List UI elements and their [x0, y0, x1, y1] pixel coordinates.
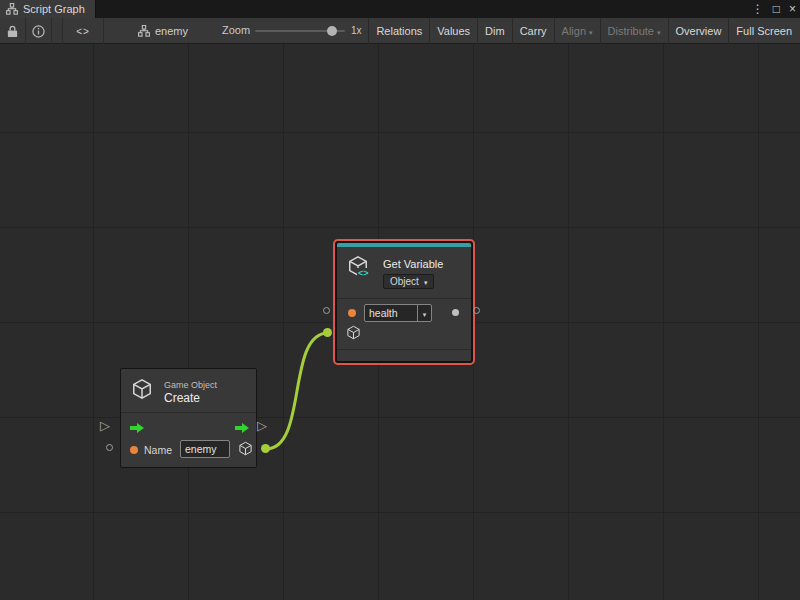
variable-scope-dropdown[interactable]: Object ▾ [383, 274, 434, 289]
close-icon[interactable]: × [789, 0, 796, 18]
port-get-variable-left[interactable] [323, 307, 330, 314]
code-icon: <> [76, 26, 90, 37]
zoom-label: Zoom [222, 24, 250, 36]
fullscreen-button[interactable]: Full Screen [728, 18, 799, 44]
port-flow-output[interactable]: ▷ [257, 419, 267, 432]
connection-wire[interactable] [266, 333, 328, 449]
game-object-cube-icon [131, 378, 153, 400]
relations-button[interactable]: Relations [368, 18, 429, 44]
menu-kebab-icon[interactable]: ⋮ [752, 0, 764, 18]
variable-name-field[interactable]: ▾ [364, 304, 432, 322]
overview-button[interactable]: Overview [668, 18, 729, 44]
graph-breadcrumb[interactable]: enemy [138, 18, 188, 44]
node-title: Get Variable [383, 258, 443, 270]
graph-name: enemy [155, 25, 188, 37]
lock-icon [6, 25, 19, 38]
maximize-icon[interactable]: □ [773, 0, 780, 18]
name-input[interactable] [181, 441, 229, 457]
port-name-external[interactable] [106, 444, 113, 451]
tab-script-graph[interactable]: Script Graph [0, 0, 96, 18]
port-flow-output-arrow-icon[interactable] [234, 420, 250, 432]
toolbar-buttons: Relations Values Dim Carry Align▾ Distri… [368, 18, 799, 44]
distribute-button: Distribute▾ [600, 18, 668, 44]
script-graph-window: Script Graph ⋮ □ × <> enemy Zoom 1x Rela… [0, 0, 800, 600]
port-flow-input[interactable]: ▷ [100, 419, 110, 432]
node-title: Create [164, 391, 200, 405]
variable-suggest-dropdown[interactable]: ▾ [417, 305, 431, 321]
port-object-input-connected[interactable] [323, 328, 332, 337]
port-name-input[interactable] [130, 446, 138, 454]
code-badge-icon: <> [357, 268, 370, 278]
port-flow-input-arrow-icon[interactable] [129, 420, 145, 432]
variable-name-input[interactable] [365, 305, 417, 321]
align-button: Align▾ [554, 18, 600, 44]
carry-button[interactable]: Carry [512, 18, 554, 44]
dim-button[interactable]: Dim [477, 18, 512, 44]
object-input-cube-icon [346, 325, 361, 340]
window-controls: ⋮ □ × [752, 0, 796, 18]
port-game-object-output-connected[interactable] [261, 444, 270, 453]
node-create-game-object[interactable]: Game Object Create Name [120, 368, 257, 468]
node-get-variable[interactable]: <> Get Variable Object ▾ ▾ [336, 242, 472, 362]
title-bar: Script Graph ⋮ □ × [0, 0, 800, 18]
zoom-value: 1x [351, 25, 362, 36]
output-cube-icon [238, 441, 253, 456]
port-value-output[interactable] [452, 309, 459, 316]
name-field[interactable] [180, 440, 230, 458]
graph-asset-icon [138, 25, 150, 37]
lock-button[interactable] [0, 18, 26, 44]
zoom-slider-handle[interactable] [327, 26, 337, 36]
node-category: Game Object [164, 380, 217, 390]
port-variable-name-input[interactable] [348, 309, 356, 317]
graph-canvas[interactable]: <> Get Variable Object ▾ ▾ [0, 44, 800, 600]
caret-down-icon: ▾ [657, 29, 661, 36]
param-label: Name [144, 444, 172, 456]
info-icon [32, 25, 45, 38]
zoom-slider[interactable] [255, 30, 345, 32]
code-view-button[interactable]: <> [62, 18, 104, 44]
port-get-variable-right[interactable] [473, 307, 480, 314]
caret-down-icon: ▾ [589, 29, 593, 36]
window-title: Script Graph [23, 3, 85, 15]
caret-down-icon: ▾ [424, 279, 428, 286]
graph-toolbar: <> enemy Zoom 1x Relations Values Dim Ca… [0, 18, 800, 44]
script-graph-icon [6, 3, 18, 15]
node-accent-strip [337, 243, 471, 247]
caret-down-icon: ▾ [423, 311, 427, 318]
info-button[interactable] [26, 18, 52, 44]
values-button[interactable]: Values [429, 18, 477, 44]
